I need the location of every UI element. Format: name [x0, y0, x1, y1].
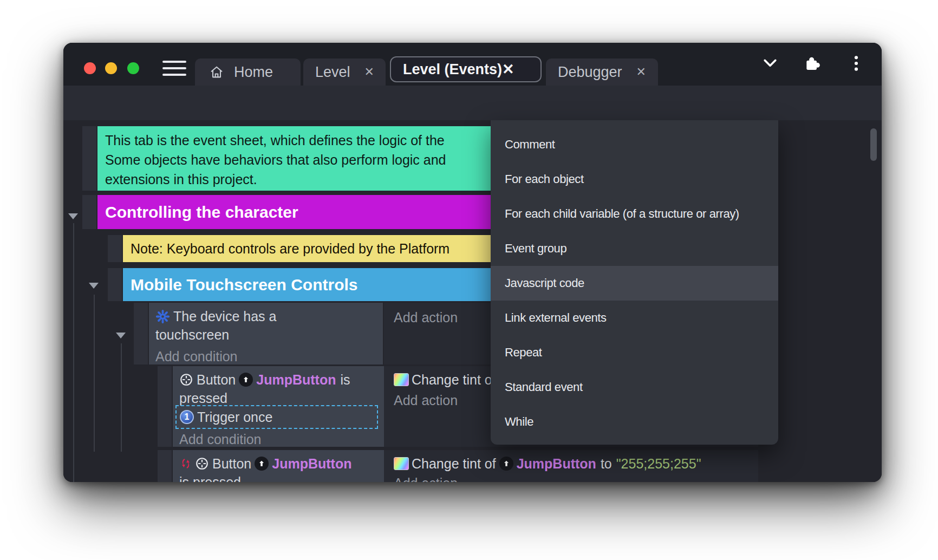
kebab-menu-icon	[852, 55, 861, 72]
hamburger-icon	[162, 61, 186, 63]
toolbar: Preview Publish	[63, 86, 882, 120]
touch-plugin-icon	[155, 309, 170, 324]
group-title: Mobile Touchscreen Controls	[131, 276, 358, 294]
action-text: to	[601, 456, 612, 472]
menu-item-link-external-events[interactable]: Link external events	[491, 301, 778, 335]
add-condition-link[interactable]: Add condition	[155, 347, 380, 366]
event-margin[interactable]	[158, 366, 172, 447]
menu-item-standard-event[interactable]: Standard event	[491, 370, 778, 405]
condition-text: is pressed	[179, 474, 241, 483]
title-bar: Home Level ✕ Level (Events) ✕ Debugger ✕	[63, 43, 882, 86]
condition-text: pressed	[179, 390, 227, 406]
event-margin[interactable]	[82, 126, 96, 191]
invert-condition-icon	[179, 457, 192, 471]
tab-level[interactable]: Level ✕	[303, 58, 386, 86]
close-window-button[interactable]	[84, 62, 96, 74]
tint-color-icon	[394, 373, 409, 386]
jumpbutton-object-icon	[255, 457, 269, 471]
chevron-down-icon	[761, 56, 779, 71]
gamepad-button-icon	[195, 457, 209, 471]
home-icon	[209, 64, 224, 80]
app-window: Home Level ✕ Level (Events) ✕ Debugger ✕	[63, 43, 882, 482]
menu-item-comment[interactable]: Comment	[491, 127, 778, 162]
tab-label: Home	[234, 64, 273, 81]
screenshot-canvas: Home Level ✕ Level (Events) ✕ Debugger ✕	[0, 0, 938, 560]
tab-label: Debugger	[558, 64, 622, 81]
tab-level-events-active[interactable]: Level (Events) ✕	[390, 56, 542, 82]
action-text: Change tint o	[412, 372, 492, 388]
menu-item-repeat[interactable]: Repeat	[491, 335, 778, 370]
add-event-context-menu: Comment For each object For each child v…	[491, 120, 778, 445]
collapse-arrow-event[interactable]	[116, 333, 126, 338]
addons-button[interactable]	[803, 55, 822, 72]
event-margin[interactable]	[108, 268, 122, 301]
selected-condition-trigger-once[interactable]: 1 Trigger once	[175, 405, 378, 429]
trigger-once-icon: 1	[180, 410, 194, 424]
puzzle-piece-icon	[803, 55, 822, 72]
condition-text: The device has a	[173, 309, 276, 324]
event-condition-cell-touchscreen[interactable]: The device has a touchscreen Add conditi…	[149, 303, 383, 364]
condition-object: Button	[197, 372, 236, 388]
instance-name: JumpButton	[517, 456, 596, 472]
event-action-cell-jumpbutton-2[interactable]: Change tint of JumpButton to "255;255;25…	[384, 450, 758, 482]
jumpbutton-object-icon	[239, 373, 253, 387]
menu-item-for-each-child-variable[interactable]: For each child variable (of a structure …	[491, 197, 778, 231]
event-margin[interactable]	[108, 235, 122, 262]
tab-list-dropdown-button[interactable]	[761, 56, 779, 71]
note-text: Note: Keyboard controls are provided by …	[131, 241, 450, 256]
jumpbutton-object-icon	[499, 457, 513, 471]
main-menu-button[interactable]	[162, 61, 186, 76]
tab-label: Level	[315, 64, 350, 81]
tab-home[interactable]: Home	[195, 58, 301, 86]
collapse-arrow-group1[interactable]	[68, 213, 78, 219]
action-text: Change tint of	[412, 456, 496, 472]
instance-name: JumpButton	[272, 456, 351, 472]
tint-color-icon	[394, 457, 409, 470]
add-action-link[interactable]: Add action	[394, 474, 755, 482]
tab-label: Level (Events)	[403, 61, 502, 78]
event-condition-cell-jumpbutton[interactable]: Button JumpButton is pressed 1 Trigger o…	[173, 366, 384, 447]
tree-line	[73, 223, 74, 482]
close-tab-icon[interactable]: ✕	[636, 65, 646, 79]
add-condition-link[interactable]: Add condition	[179, 430, 381, 448]
event-margin[interactable]	[82, 195, 96, 229]
more-options-button[interactable]	[852, 55, 861, 72]
condition-text: touchscreen	[155, 327, 229, 343]
tree-line	[94, 295, 95, 452]
menu-item-for-each-object[interactable]: For each object	[491, 162, 778, 197]
event-margin[interactable]	[158, 450, 172, 482]
tree-line	[121, 343, 122, 452]
event-condition-cell-jumpbutton-2[interactable]: Button JumpButton is pressed	[173, 450, 384, 482]
close-tab-icon[interactable]: ✕	[502, 61, 514, 78]
vertical-scrollbar-thumb[interactable]	[870, 128, 877, 161]
collapse-arrow-group2[interactable]	[89, 283, 99, 289]
menu-item-event-group[interactable]: Event group	[491, 231, 778, 266]
instance-name: JumpButton	[256, 372, 336, 388]
action-value: "255;255;255"	[616, 456, 701, 472]
gamepad-button-icon	[179, 373, 193, 387]
maximize-window-button[interactable]	[127, 62, 139, 74]
menu-item-javascript-code[interactable]: Javascript code	[491, 266, 778, 301]
condition-text: Trigger once	[197, 409, 272, 425]
event-margin[interactable]	[134, 303, 148, 364]
tab-debugger[interactable]: Debugger ✕	[546, 58, 658, 86]
condition-object: Button	[212, 456, 251, 472]
menu-item-while[interactable]: While	[491, 405, 778, 439]
close-tab-icon[interactable]: ✕	[364, 65, 374, 79]
condition-text: is	[340, 372, 350, 388]
minimize-window-button[interactable]	[105, 62, 117, 74]
group-title: Controlling the character	[105, 203, 298, 221]
